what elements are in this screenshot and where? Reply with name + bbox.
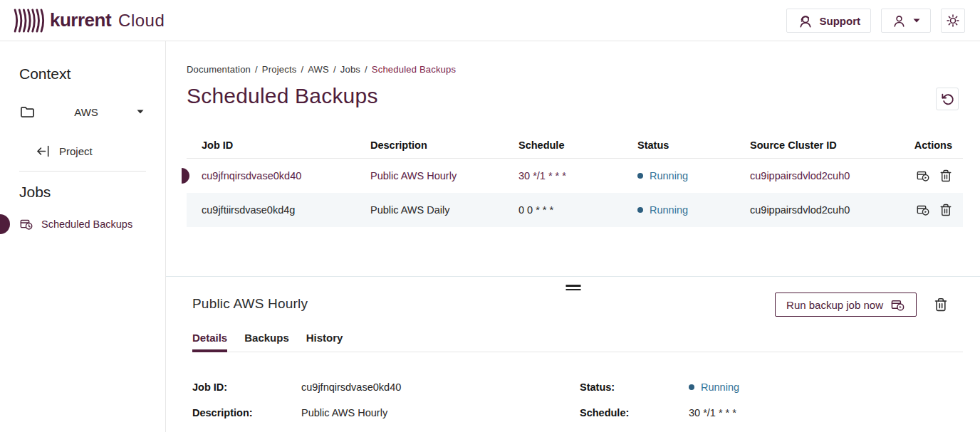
- delete-job-button[interactable]: [934, 297, 948, 312]
- jobs-heading: Jobs: [19, 184, 51, 201]
- breadcrumb-separator: /: [255, 64, 258, 75]
- panel-resize-handle[interactable]: [563, 283, 583, 292]
- sidebar-item-scheduled-backups[interactable]: Scheduled Backups: [0, 214, 165, 235]
- breadcrumb-documentation[interactable]: Documentation: [187, 64, 251, 75]
- chevron-down-icon: [137, 110, 144, 114]
- cell-description: Public AWS Daily: [370, 204, 518, 216]
- trash-icon: [939, 204, 952, 216]
- cell-job-id: cu9jfnqirsdvase0kd40: [187, 170, 370, 181]
- selected-row-marker: [182, 168, 189, 184]
- column-header-source-cluster-id: Source Cluster ID: [750, 139, 905, 151]
- sidebar: Context AWS Project Jobs: [0, 41, 166, 432]
- column-header-actions: Actions: [905, 139, 963, 151]
- job-id-label: Job ID:: [192, 381, 301, 393]
- cell-schedule: 0 0 * * *: [518, 204, 637, 216]
- description-value: Public AWS Hourly: [301, 407, 580, 418]
- cell-status: Running: [637, 170, 750, 181]
- status-badge: Running: [701, 381, 739, 393]
- status-badge: Running: [650, 204, 688, 216]
- refresh-button[interactable]: [936, 88, 959, 110]
- status-badge: Running: [650, 170, 688, 181]
- sound-waves-icon: [13, 8, 46, 33]
- theme-toggle-button[interactable]: [941, 9, 965, 33]
- active-item-indicator: [0, 214, 10, 234]
- delete-job-button[interactable]: [939, 204, 952, 216]
- user-icon: [892, 14, 907, 28]
- status-value: Running: [689, 381, 963, 393]
- scheduled-backups-table: Job ID Description Schedule Status Sourc…: [187, 132, 963, 227]
- context-project-select[interactable]: AWS: [0, 101, 165, 122]
- trash-icon: [939, 169, 952, 182]
- headset-agent-icon: [797, 13, 813, 29]
- cell-schedule: 30 */1 * * *: [518, 170, 637, 181]
- backup-play-icon: [890, 297, 905, 312]
- breadcrumb-separator: /: [365, 64, 368, 75]
- cell-description: Public AWS Hourly: [370, 170, 518, 181]
- delete-job-button[interactable]: [939, 169, 952, 182]
- context-heading: Context: [19, 65, 71, 83]
- run-backup-job-now-button[interactable]: Run backup job now: [775, 293, 917, 317]
- table-row[interactable]: cu9jfnqirsdvase0kd40 Public AWS Hourly 3…: [187, 159, 963, 193]
- cell-actions: [905, 169, 963, 183]
- app-header: kurrent Cloud Support: [0, 0, 980, 41]
- cell-source-cluster-id: cu9ippairsdvlod2cuh0: [750, 204, 905, 216]
- status-label: Status:: [580, 381, 689, 393]
- breadcrumb: Documentation / Projects / AWS / Jobs / …: [187, 64, 456, 75]
- status-dot: [637, 207, 643, 213]
- chevron-down-icon: [913, 19, 920, 23]
- header-actions: Support: [786, 9, 966, 33]
- column-header-description: Description: [370, 139, 518, 151]
- rotate-ccw-icon: [941, 93, 954, 106]
- breadcrumb-separator: /: [301, 64, 303, 75]
- breadcrumb-projects[interactable]: Projects: [262, 64, 297, 75]
- status-dot: [637, 173, 643, 179]
- folder-icon: [19, 104, 36, 120]
- context-value: AWS: [36, 106, 137, 118]
- tab-details[interactable]: Details: [192, 332, 227, 352]
- tab-backups[interactable]: Backups: [244, 332, 289, 352]
- column-header-schedule: Schedule: [518, 139, 637, 151]
- breadcrumb-jobs[interactable]: Jobs: [340, 64, 360, 75]
- table-header-row: Job ID Description Schedule Status Sourc…: [187, 132, 963, 159]
- schedule-value: 30 */1 * * *: [689, 407, 963, 418]
- breadcrumb-aws[interactable]: AWS: [308, 64, 329, 75]
- brand-logo[interactable]: kurrent Cloud: [13, 8, 165, 33]
- detail-fields: Job ID: cu9jfnqirsdvase0kd40 Status: Run…: [192, 381, 963, 418]
- sidebar-divider: [19, 171, 146, 172]
- status-dot: [689, 384, 694, 390]
- backup-clock-icon: [19, 217, 33, 231]
- project-label: Project: [59, 145, 93, 157]
- scheduled-backups-label: Scheduled Backups: [41, 218, 132, 230]
- column-header-status: Status: [637, 139, 750, 151]
- sidebar-item-project[interactable]: Project: [0, 141, 165, 161]
- brand-suffix: Cloud: [118, 11, 165, 31]
- description-label: Description:: [192, 407, 301, 418]
- sun-icon: [946, 14, 960, 28]
- backup-play-icon: [916, 169, 930, 183]
- tab-history[interactable]: History: [306, 332, 343, 352]
- table-row[interactable]: cu9jftiirsdvase0kd4g Public AWS Daily 0 …: [187, 193, 963, 227]
- cell-source-cluster-id: cu9ippairsdvlod2cuh0: [750, 170, 905, 181]
- account-menu-button[interactable]: [881, 9, 931, 33]
- panel-divider: [166, 276, 980, 277]
- cell-job-id: cu9jftiirsdvase0kd4g: [187, 204, 370, 216]
- cell-actions: [905, 203, 963, 217]
- trash-icon: [934, 297, 948, 312]
- backup-play-icon: [916, 203, 930, 217]
- breadcrumb-separator: /: [333, 64, 336, 75]
- support-button[interactable]: Support: [786, 9, 872, 33]
- main-content: Documentation / Projects / AWS / Jobs / …: [166, 41, 980, 432]
- cell-status: Running: [637, 204, 750, 216]
- exit-left-icon: [36, 144, 51, 159]
- schedule-label: Schedule:: [580, 407, 689, 418]
- page-title: Scheduled Backups: [187, 84, 378, 108]
- run-button-label: Run backup job now: [786, 299, 883, 311]
- brand-name: kurrent: [50, 9, 111, 31]
- detail-panel-title: Public AWS Hourly: [192, 296, 308, 312]
- column-header-job-id: Job ID: [187, 139, 370, 151]
- run-backup-now-icon-button[interactable]: [916, 169, 930, 183]
- breadcrumb-current: Scheduled Backups: [372, 64, 456, 75]
- job-id-value: cu9jfnqirsdvase0kd40: [301, 381, 580, 393]
- detail-tabs: Details Backups History: [192, 332, 963, 352]
- run-backup-now-icon-button[interactable]: [916, 203, 930, 217]
